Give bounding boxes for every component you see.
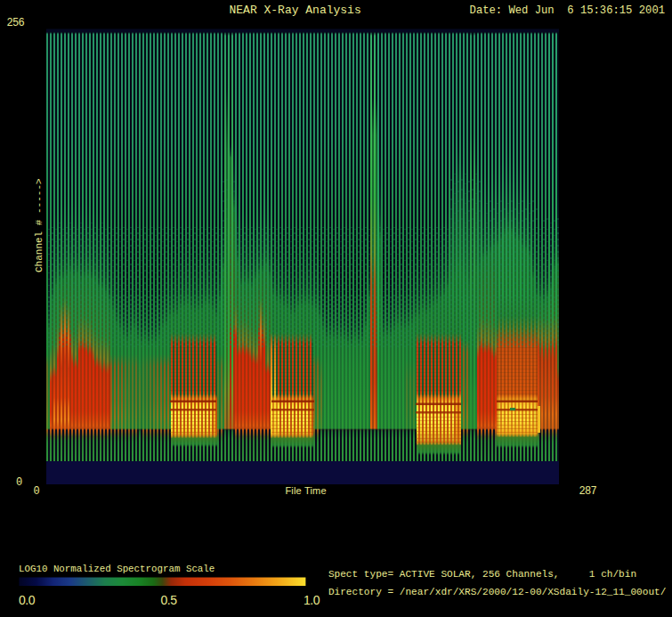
svg-text:0.0: 0.0 [19,593,36,607]
svg-text:File Time: File Time [286,485,327,496]
svg-text:NEAR X-Ray Analysis: NEAR X-Ray Analysis [230,4,361,17]
svg-text:256: 256 [7,17,25,29]
svg-text:LOG10 Normalized Spectrogram S: LOG10 Normalized Spectrogram Scale [19,564,215,574]
svg-text:287: 287 [579,485,597,498]
svg-text:1.0: 1.0 [304,593,320,607]
svg-text:Date: Wed Jun 6 15:36:15 2001: Date: Wed Jun 6 15:36:15 2001 [470,4,665,17]
svg-text:Channel # ----->: Channel # -----> [34,178,45,272]
svg-text:0.5: 0.5 [161,593,178,607]
svg-text:0: 0 [34,485,40,498]
svg-text:Directory = /near/xdr/XRS/2000: Directory = /near/xdr/XRS/2000/12-00/XSd… [328,587,667,597]
svg-text:0: 0 [16,476,22,489]
svg-text:Spect type= ACTIVE SOLAR, 256: Spect type= ACTIVE SOLAR, 256 Channels, … [328,569,636,580]
